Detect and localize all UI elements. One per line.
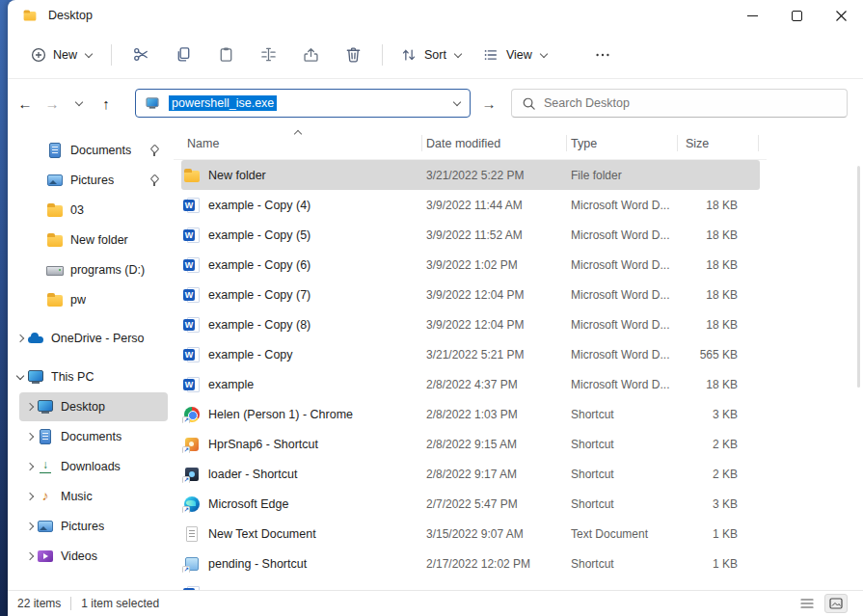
file-date-modified: 3/21/2022 5:22 PM (422, 169, 567, 182)
file-row[interactable]: New folder 3/21/2022 5:22 PM File folder (181, 160, 760, 190)
go-to-button[interactable]: → (476, 89, 501, 118)
sidebar-item[interactable]: Videos (19, 542, 168, 571)
large-thumbnails-view-button[interactable] (824, 594, 848, 613)
file-row[interactable]: example - Copy (7) 3/9/2022 12:04 PM Mic… (181, 280, 760, 309)
paste-icon (217, 45, 235, 64)
navigation-pane: Documents Pictures 03 New fol (8, 127, 174, 590)
search-box[interactable] (511, 89, 848, 118)
share-button[interactable] (289, 39, 332, 71)
new-icon (31, 47, 46, 63)
file-row[interactable]: example 2/8/2022 4:37 PM Microsoft Word … (181, 369, 760, 399)
file-row[interactable]: loader - Shortcut 2/8/2022 9:17 AM Short… (181, 459, 760, 489)
file-type: Shortcut (567, 438, 678, 451)
file-row-partial[interactable] (181, 578, 760, 590)
status-bar: 22 items 1 item selected (8, 590, 863, 616)
sidebar-item-label: Desktop (61, 400, 105, 414)
address-bar[interactable]: powershell_ise.exe (135, 89, 471, 118)
column-header-type[interactable]: Type (567, 127, 678, 159)
file-name-cell: example (181, 376, 422, 393)
file-row[interactable]: Microsoft Edge 2/7/2022 5:47 PM Shortcut… (181, 489, 760, 519)
file-row[interactable]: pending - Shortcut 2/17/2022 12:02 PM Sh… (181, 549, 760, 578)
expand-chevron-icon[interactable] (23, 549, 37, 563)
forward-button[interactable]: → (39, 89, 66, 118)
sidebar-item[interactable]: Pictures (19, 512, 168, 541)
new-button[interactable]: New (21, 39, 103, 71)
sidebar-item-label: Pictures (70, 174, 114, 187)
sidebar-section-gap (8, 315, 174, 323)
expand-chevron-icon[interactable] (23, 400, 37, 414)
expand-chevron-icon[interactable] (23, 520, 37, 533)
file-name-cell: pending - Shortcut (181, 555, 422, 573)
collapse-chevron-icon[interactable] (13, 370, 27, 384)
file-row[interactable]: Helen (Person 1) - Chrome 2/8/2022 1:03 … (181, 399, 760, 429)
file-icon (183, 286, 201, 304)
file-type: Microsoft Word D... (567, 348, 678, 362)
file-row[interactable]: HprSnap6 - Shortcut 2/8/2022 9:15 AM Sho… (181, 429, 760, 459)
column-header-date-modified[interactable]: Date modified (422, 127, 567, 159)
file-type: Shortcut (567, 408, 678, 421)
file-date-modified: 2/8/2022 4:37 PM (422, 378, 567, 391)
sidebar-item[interactable]: pw (19, 285, 168, 314)
explorer-window: Desktop New (8, 0, 863, 616)
up-button[interactable]: ↑ (93, 89, 120, 118)
file-name-cell: example - Copy (8) (181, 316, 422, 334)
view-button[interactable]: View (472, 39, 558, 71)
expand-chevron-icon[interactable] (23, 490, 37, 503)
chevron-down-icon (539, 50, 549, 60)
expand-chevron-icon[interactable] (23, 430, 37, 443)
file-size: 18 KB (678, 378, 759, 391)
sidebar-item[interactable]: Pictures (19, 166, 168, 195)
see-more-button[interactable] (583, 39, 622, 71)
search-input[interactable] (544, 96, 837, 110)
column-header-size[interactable]: Size (678, 127, 759, 159)
file-row[interactable]: example - Copy (6) 3/9/2022 1:02 PM Micr… (181, 250, 760, 280)
close-button[interactable] (819, 0, 863, 31)
paste-button[interactable] (204, 39, 247, 71)
sidebar-item[interactable]: Documents (19, 136, 168, 165)
column-header-name[interactable]: Name (181, 127, 422, 159)
command-bar: New Sort View (8, 31, 863, 79)
sidebar-item[interactable]: 03 (19, 196, 168, 225)
file-name: New folder (208, 169, 266, 182)
file-row[interactable]: example - Copy (5) 3/9/2022 11:52 AM Mic… (181, 220, 760, 250)
back-button[interactable]: ← (12, 89, 39, 118)
address-dropdown-icon[interactable] (452, 98, 462, 108)
file-row[interactable]: example - Copy 3/21/2022 5:21 PM Microso… (181, 339, 760, 369)
sidebar-item[interactable]: Downloads (19, 452, 168, 481)
rename-button[interactable] (247, 39, 289, 71)
file-row[interactable]: New Text Document 3/15/2022 9:07 AM Text… (181, 519, 760, 549)
file-name-cell: example - Copy (5) (181, 227, 422, 244)
expand-chevron-icon[interactable] (23, 460, 37, 473)
sidebar-item[interactable]: Documents (19, 422, 168, 451)
recent-locations-button[interactable] (66, 89, 93, 118)
copy-button[interactable] (162, 39, 204, 71)
file-row[interactable]: example - Copy (4) 3/9/2022 11:44 AM Mic… (181, 190, 760, 220)
file-icon (183, 525, 201, 543)
sidebar-item[interactable]: Desktop (19, 392, 168, 421)
address-text[interactable]: powershell_ise.exe (169, 95, 277, 111)
vertical-scrollbar[interactable] (857, 166, 860, 388)
sidebar-item-icon (46, 201, 64, 219)
sidebar-item-this-pc[interactable]: This PC (13, 362, 168, 391)
window-title: Desktop (48, 9, 93, 22)
sidebar-item-icon (46, 231, 64, 249)
cut-button[interactable] (120, 39, 162, 71)
sidebar-item-onedrive[interactable]: OneDrive - Perso (13, 324, 168, 353)
details-view-button[interactable] (796, 594, 819, 613)
sidebar-item[interactable]: New folder (19, 226, 168, 254)
view-toggles (796, 594, 848, 613)
column-headers: Name Date modified Type Size (174, 127, 767, 160)
minimize-button[interactable] (730, 0, 774, 31)
file-type: Microsoft Word D... (567, 288, 678, 302)
delete-button[interactable] (332, 39, 374, 71)
file-row[interactable]: example - Copy (8) 3/9/2022 12:04 PM Mic… (181, 309, 760, 339)
sidebar-item[interactable]: programs (D:) (19, 255, 168, 284)
file-type: Microsoft Word D... (567, 318, 678, 332)
file-name: example - Copy (4) (208, 199, 310, 212)
sort-button[interactable]: Sort (391, 39, 472, 71)
expand-chevron-icon[interactable] (13, 332, 27, 345)
chevron-down-icon (84, 50, 94, 60)
maximize-button[interactable] (774, 0, 819, 31)
view-icon (482, 46, 499, 64)
sidebar-item[interactable]: Music (19, 482, 168, 511)
